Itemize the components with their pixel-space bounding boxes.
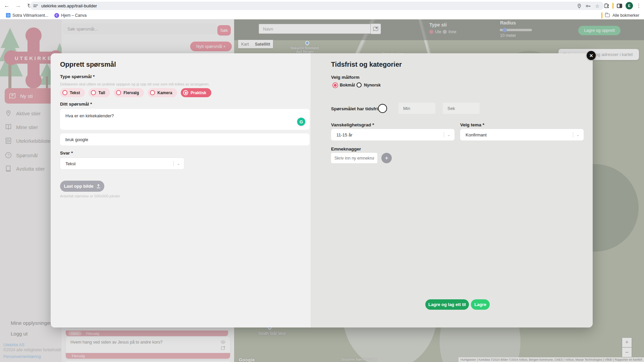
screen: ← → ↻ utekirke.web.app/trail-builder ☆ E… [0, 0, 644, 362]
theme-label: Velg tema * [460, 122, 484, 127]
upload-image-button[interactable]: Last opp bilde [60, 181, 104, 192]
all-bookmarks-button[interactable]: Alle bokmerker [612, 13, 639, 18]
deadline-label: Spørsmålet har tidsfrist [331, 106, 382, 111]
side-panel-icon[interactable] [617, 4, 622, 8]
answer-type-select[interactable]: Tekst ⌄ [60, 158, 184, 169]
deadline-toggle[interactable] [378, 104, 387, 113]
type-option-tekst[interactable]: Tekst [60, 88, 85, 97]
bookmark-sotra[interactable]: Sotra Villmarksent... [6, 13, 48, 18]
radio-circle [62, 90, 67, 95]
bokmal-radio[interactable]: Bokmål [333, 83, 355, 87]
close-modal-button[interactable]: ✕ [587, 51, 596, 60]
profile-avatar[interactable]: E [626, 2, 633, 9]
type-option-kamera[interactable]: Kamera [148, 88, 177, 97]
answer-hint-input[interactable] [60, 133, 310, 145]
type-sporsmal-label: Type spørsmål * [60, 74, 95, 79]
radio-off-dot [357, 82, 362, 87]
location-icon[interactable] [577, 4, 582, 8]
question-textarea[interactable]: Hva er en kirkekalender? [60, 109, 310, 130]
question-type-options: Tekst Tall Flervalg Kamera Praktisk [60, 88, 211, 97]
difficulty-label: Vanskelighetsgrad * [331, 122, 374, 127]
bookmark-star-icon[interactable]: ☆ [595, 3, 599, 9]
type-option-flervalg[interactable]: Flervalg [114, 88, 144, 97]
canva-favicon: C [54, 13, 59, 18]
url-text: utekirke.web.app/trail-builder [41, 3, 577, 8]
radio-on-dot [333, 83, 337, 87]
back-icon[interactable]: ← [2, 1, 11, 10]
modal-left-panel: Opprett spørsmål Type spørsmål * Deltake… [51, 53, 311, 327]
theme-select[interactable]: Konfirmant ⌄ [460, 129, 584, 140]
save-button[interactable]: Lagre [471, 299, 490, 310]
min-input[interactable] [398, 103, 435, 114]
difficulty-select[interactable]: 11-15 år ⌄ [331, 129, 454, 140]
radio-circle [150, 90, 155, 95]
create-question-modal: Opprett spørsmål Type spørsmål * Deltake… [51, 53, 593, 327]
chrome-menu-icon[interactable]: ⋮ [636, 3, 641, 9]
tags-label: Emneknagger [331, 146, 361, 152]
sek-input[interactable] [443, 103, 480, 114]
upload-icon [96, 184, 101, 188]
password-key-icon[interactable] [586, 4, 591, 8]
radio-circle [91, 90, 96, 95]
upload-help-text: Anbefalt størrelse er 500x500 piksler [60, 194, 120, 198]
site-info-icon[interactable] [33, 5, 38, 7]
chevron-down-icon: ⌄ [447, 132, 450, 137]
type-option-tall[interactable]: Tall [89, 88, 110, 97]
tag-input[interactable] [331, 153, 377, 163]
chevron-down-icon: ⌄ [576, 132, 580, 137]
toolbar-divider [612, 3, 613, 9]
folder-icon [605, 14, 610, 17]
bookmarks-bar: Sotra Villmarksent... C Hjem – Canva All… [0, 11, 644, 19]
forward-icon[interactable]: → [13, 1, 23, 10]
bookmark-canva[interactable]: C Hjem – Canva [54, 13, 87, 18]
add-tag-button[interactable]: + [381, 153, 392, 163]
radio-circle [116, 90, 121, 95]
bookmarks-divider [601, 12, 602, 18]
grammarly-icon[interactable]: G [297, 118, 305, 126]
modal-right-panel [311, 53, 593, 327]
categories-title: Tidsfrist og kategorier [331, 61, 402, 68]
malform-label: Velg målform [331, 75, 360, 80]
modal-title: Opprett spørsmål [60, 61, 116, 68]
chevron-down-icon: ⌄ [177, 161, 180, 166]
url-bar[interactable]: utekirke.web.app/trail-builder ☆ [30, 2, 604, 10]
browser-toolbar: ← → ↻ utekirke.web.app/trail-builder ☆ E… [0, 0, 644, 11]
nynorsk-radio[interactable]: Nynorsk [357, 82, 381, 87]
extensions-icon[interactable] [604, 3, 609, 8]
type-option-praktisk[interactable]: Praktisk [181, 88, 211, 97]
save-and-new-button[interactable]: Lagre og lag ett til [425, 299, 469, 310]
radio-circle-selected [183, 90, 188, 95]
svar-label: Svar * [60, 150, 73, 156]
ditt-sporsmal-label: Ditt spørsmål * [60, 102, 92, 107]
type-help-text: Deltakeren skal utføre en praktisk oppga… [60, 82, 210, 86]
sheets-favicon [6, 13, 10, 17]
